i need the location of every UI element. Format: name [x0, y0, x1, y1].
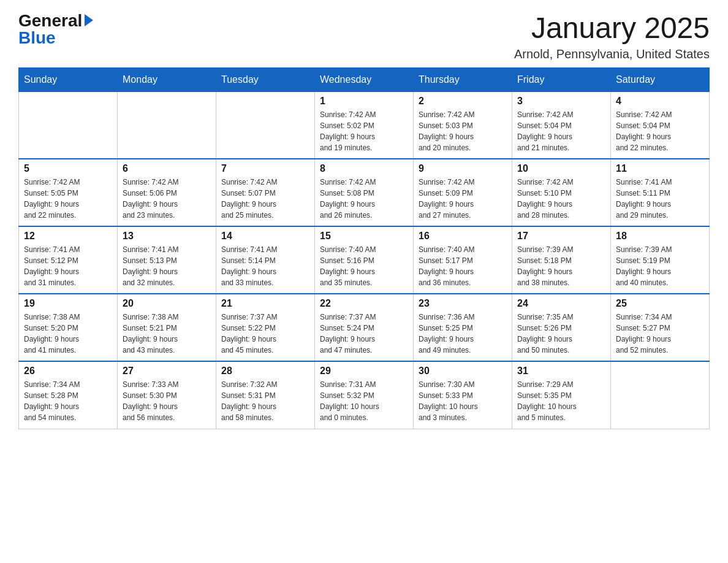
calendar-cell: 6Sunrise: 7:42 AMSunset: 5:06 PMDaylight… [118, 159, 216, 226]
day-number: 28 [221, 366, 309, 377]
day-info: Sunrise: 7:37 AMSunset: 5:24 PMDaylight:… [320, 312, 408, 356]
day-number: 30 [419, 366, 507, 377]
calendar-cell: 5Sunrise: 7:42 AMSunset: 5:05 PMDaylight… [19, 159, 118, 226]
day-number: 7 [221, 163, 309, 174]
day-info: Sunrise: 7:38 AMSunset: 5:20 PMDaylight:… [24, 312, 112, 356]
header-cell-friday: Friday [512, 67, 611, 91]
day-info: Sunrise: 7:36 AMSunset: 5:25 PMDaylight:… [419, 312, 507, 356]
day-number: 22 [320, 298, 408, 309]
day-info: Sunrise: 7:34 AMSunset: 5:27 PMDaylight:… [616, 312, 704, 356]
logo-general: General [18, 12, 82, 29]
calendar-week-4: 19Sunrise: 7:38 AMSunset: 5:20 PMDayligh… [19, 294, 710, 361]
calendar-cell: 28Sunrise: 7:32 AMSunset: 5:31 PMDayligh… [216, 361, 315, 429]
calendar-cell: 15Sunrise: 7:40 AMSunset: 5:16 PMDayligh… [315, 226, 414, 294]
day-number: 26 [24, 366, 112, 377]
calendar-cell: 9Sunrise: 7:42 AMSunset: 5:09 PMDaylight… [414, 159, 512, 226]
calendar-cell: 16Sunrise: 7:40 AMSunset: 5:17 PMDayligh… [414, 226, 512, 294]
day-info: Sunrise: 7:41 AMSunset: 5:13 PMDaylight:… [123, 244, 211, 288]
calendar-cell: 7Sunrise: 7:42 AMSunset: 5:07 PMDaylight… [216, 159, 315, 226]
day-number: 12 [24, 231, 112, 242]
day-info: Sunrise: 7:41 AMSunset: 5:11 PMDaylight:… [616, 177, 704, 221]
calendar-cell: 22Sunrise: 7:37 AMSunset: 5:24 PMDayligh… [315, 294, 414, 361]
calendar-cell: 19Sunrise: 7:38 AMSunset: 5:20 PMDayligh… [19, 294, 118, 361]
calendar-cell: 2Sunrise: 7:42 AMSunset: 5:03 PMDaylight… [414, 91, 512, 159]
day-number: 8 [320, 163, 408, 174]
day-number: 17 [517, 231, 605, 242]
day-info: Sunrise: 7:39 AMSunset: 5:18 PMDaylight:… [517, 244, 605, 288]
calendar-week-2: 5Sunrise: 7:42 AMSunset: 5:05 PMDaylight… [19, 159, 710, 226]
day-info: Sunrise: 7:42 AMSunset: 5:06 PMDaylight:… [123, 177, 211, 221]
day-info: Sunrise: 7:41 AMSunset: 5:12 PMDaylight:… [24, 244, 112, 288]
title-section: January 2025 Arnold, Pennsylvania, Unite… [514, 12, 710, 61]
calendar-table: SundayMondayTuesdayWednesdayThursdayFrid… [18, 67, 710, 429]
day-info: Sunrise: 7:42 AMSunset: 5:09 PMDaylight:… [419, 177, 507, 221]
day-number: 18 [616, 231, 704, 242]
day-number: 2 [419, 96, 507, 107]
day-number: 9 [419, 163, 507, 174]
calendar-cell [611, 361, 710, 429]
day-info: Sunrise: 7:37 AMSunset: 5:22 PMDaylight:… [221, 312, 309, 356]
day-number: 14 [221, 231, 309, 242]
day-number: 11 [616, 163, 704, 174]
day-info: Sunrise: 7:33 AMSunset: 5:30 PMDaylight:… [123, 379, 211, 423]
day-info: Sunrise: 7:42 AMSunset: 5:08 PMDaylight:… [320, 177, 408, 221]
calendar-cell: 30Sunrise: 7:30 AMSunset: 5:33 PMDayligh… [414, 361, 512, 429]
day-info: Sunrise: 7:42 AMSunset: 5:10 PMDaylight:… [517, 177, 605, 221]
calendar-cell: 20Sunrise: 7:38 AMSunset: 5:21 PMDayligh… [118, 294, 216, 361]
day-info: Sunrise: 7:42 AMSunset: 5:04 PMDaylight:… [616, 109, 704, 153]
calendar-cell [118, 91, 216, 159]
day-number: 16 [419, 231, 507, 242]
day-info: Sunrise: 7:31 AMSunset: 5:32 PMDaylight:… [320, 379, 408, 423]
day-info: Sunrise: 7:32 AMSunset: 5:31 PMDaylight:… [221, 379, 309, 423]
calendar-cell: 11Sunrise: 7:41 AMSunset: 5:11 PMDayligh… [611, 159, 710, 226]
header-cell-sunday: Sunday [19, 67, 118, 91]
page-header: General Blue January 2025 Arnold, Pennsy… [18, 12, 710, 61]
calendar-cell: 21Sunrise: 7:37 AMSunset: 5:22 PMDayligh… [216, 294, 315, 361]
day-number: 4 [616, 96, 704, 107]
calendar-cell: 29Sunrise: 7:31 AMSunset: 5:32 PMDayligh… [315, 361, 414, 429]
day-info: Sunrise: 7:42 AMSunset: 5:02 PMDaylight:… [320, 109, 408, 153]
calendar-cell: 23Sunrise: 7:36 AMSunset: 5:25 PMDayligh… [414, 294, 512, 361]
logo-arrow-icon [85, 14, 93, 26]
logo: General Blue [18, 12, 93, 47]
day-info: Sunrise: 7:34 AMSunset: 5:28 PMDaylight:… [24, 379, 112, 423]
day-number: 5 [24, 163, 112, 174]
day-number: 13 [123, 231, 211, 242]
day-number: 20 [123, 298, 211, 309]
day-number: 21 [221, 298, 309, 309]
calendar-cell [19, 91, 118, 159]
logo-blue: Blue [18, 29, 56, 47]
calendar-cell: 27Sunrise: 7:33 AMSunset: 5:30 PMDayligh… [118, 361, 216, 429]
calendar-title: January 2025 [514, 12, 710, 45]
calendar-header-row: SundayMondayTuesdayWednesdayThursdayFrid… [19, 67, 710, 91]
day-info: Sunrise: 7:38 AMSunset: 5:21 PMDaylight:… [123, 312, 211, 356]
day-number: 31 [517, 366, 605, 377]
calendar-cell: 31Sunrise: 7:29 AMSunset: 5:35 PMDayligh… [512, 361, 611, 429]
day-info: Sunrise: 7:42 AMSunset: 5:03 PMDaylight:… [419, 109, 507, 153]
calendar-cell: 14Sunrise: 7:41 AMSunset: 5:14 PMDayligh… [216, 226, 315, 294]
calendar-cell: 24Sunrise: 7:35 AMSunset: 5:26 PMDayligh… [512, 294, 611, 361]
header-cell-monday: Monday [118, 67, 216, 91]
day-number: 23 [419, 298, 507, 309]
day-number: 6 [123, 163, 211, 174]
calendar-cell: 25Sunrise: 7:34 AMSunset: 5:27 PMDayligh… [611, 294, 710, 361]
day-number: 19 [24, 298, 112, 309]
calendar-cell: 18Sunrise: 7:39 AMSunset: 5:19 PMDayligh… [611, 226, 710, 294]
day-number: 10 [517, 163, 605, 174]
day-info: Sunrise: 7:29 AMSunset: 5:35 PMDaylight:… [517, 379, 605, 423]
day-number: 1 [320, 96, 408, 107]
calendar-week-5: 26Sunrise: 7:34 AMSunset: 5:28 PMDayligh… [19, 361, 710, 429]
calendar-week-3: 12Sunrise: 7:41 AMSunset: 5:12 PMDayligh… [19, 226, 710, 294]
calendar-cell: 4Sunrise: 7:42 AMSunset: 5:04 PMDaylight… [611, 91, 710, 159]
calendar-cell: 3Sunrise: 7:42 AMSunset: 5:04 PMDaylight… [512, 91, 611, 159]
header-cell-wednesday: Wednesday [315, 67, 414, 91]
calendar-cell: 17Sunrise: 7:39 AMSunset: 5:18 PMDayligh… [512, 226, 611, 294]
header-cell-tuesday: Tuesday [216, 67, 315, 91]
calendar-cell [216, 91, 315, 159]
calendar-cell: 8Sunrise: 7:42 AMSunset: 5:08 PMDaylight… [315, 159, 414, 226]
day-info: Sunrise: 7:42 AMSunset: 5:05 PMDaylight:… [24, 177, 112, 221]
calendar-week-1: 1Sunrise: 7:42 AMSunset: 5:02 PMDaylight… [19, 91, 710, 159]
calendar-cell: 26Sunrise: 7:34 AMSunset: 5:28 PMDayligh… [19, 361, 118, 429]
day-number: 24 [517, 298, 605, 309]
calendar-cell: 13Sunrise: 7:41 AMSunset: 5:13 PMDayligh… [118, 226, 216, 294]
